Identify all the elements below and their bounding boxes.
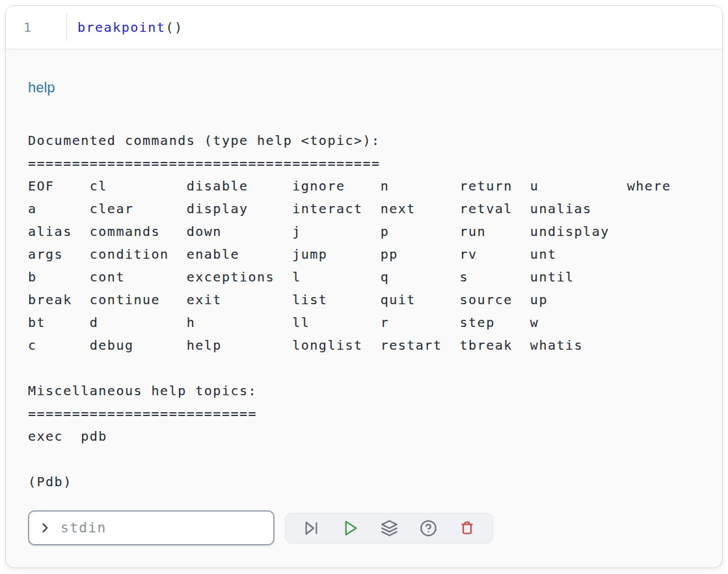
code-token-builtin: breakpoint xyxy=(77,20,165,35)
play-icon xyxy=(342,519,359,537)
layers-icon xyxy=(381,519,398,537)
pdb-help-output: Documented commands (type help <topic>):… xyxy=(28,129,704,448)
stdin-field-wrap[interactable] xyxy=(28,510,275,545)
help-button[interactable] xyxy=(409,515,448,541)
debug-toolbar xyxy=(285,513,493,543)
line-number-gutter: 1 xyxy=(6,20,66,35)
console-output: help Documented commands (type help <top… xyxy=(6,49,722,567)
code-line[interactable]: breakpoint() xyxy=(67,20,183,35)
trash-icon xyxy=(459,519,476,536)
step-button[interactable] xyxy=(291,515,330,541)
code-token-parens: () xyxy=(165,20,183,35)
stdin-input[interactable] xyxy=(59,519,264,536)
echoed-command: help xyxy=(28,79,704,96)
help-circle-icon xyxy=(420,519,437,537)
step-forward-icon xyxy=(303,519,320,537)
pdb-prompt: (Pdb) xyxy=(28,471,704,493)
line-number: 1 xyxy=(23,20,33,35)
clear-button[interactable] xyxy=(448,515,487,541)
chevron-right-icon xyxy=(38,521,51,534)
repl-card: 1 breakpoint() help Documented commands … xyxy=(5,5,723,568)
console-footer xyxy=(28,510,704,545)
stack-button[interactable] xyxy=(370,515,409,541)
run-button[interactable] xyxy=(330,515,370,541)
code-editor[interactable]: 1 breakpoint() xyxy=(6,6,722,49)
